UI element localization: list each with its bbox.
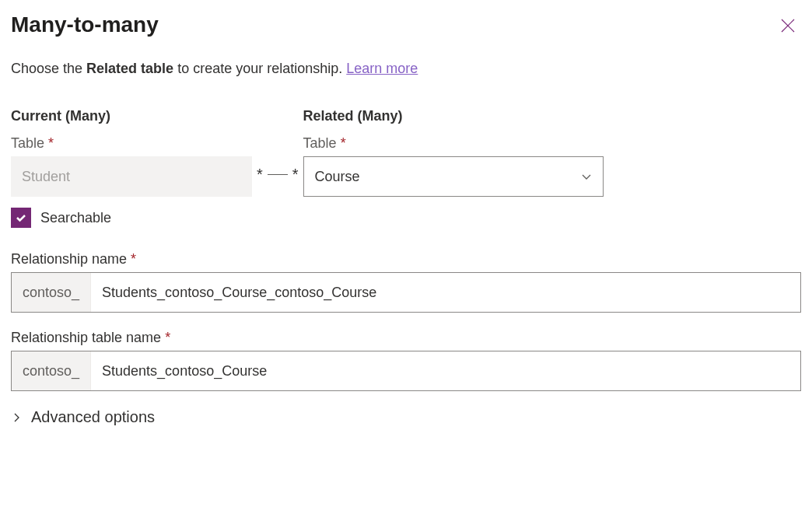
page-title: Many-to-many (11, 12, 159, 37)
subtitle-post: to create your relationship. (173, 61, 346, 76)
cardinality-left: * (257, 166, 263, 184)
current-table-field: Student (11, 156, 252, 197)
related-heading: Related (Many) (303, 108, 604, 124)
relationship-table-name-prefix: contoso_ (12, 351, 91, 390)
subtitle: Choose the Related table to create your … (11, 61, 801, 77)
cardinality-line (268, 174, 288, 175)
searchable-checkbox[interactable] (11, 208, 31, 228)
advanced-options-label: Advanced options (31, 408, 155, 426)
subtitle-pre: Choose the (11, 61, 86, 76)
related-table-select[interactable]: Course (303, 156, 604, 197)
relationship-name-field: contoso_ (11, 272, 801, 313)
chevron-right-icon (11, 412, 22, 423)
subtitle-bold: Related table (86, 61, 173, 76)
current-heading: Current (Many) (11, 108, 252, 124)
related-table-label: Table * (303, 135, 604, 152)
relationship-table-name-field: contoso_ (11, 351, 801, 391)
relationship-name-label: Relationship name * (11, 251, 801, 267)
chevron-down-icon (581, 171, 592, 182)
advanced-options-toggle[interactable]: Advanced options (11, 408, 801, 426)
searchable-label: Searchable (40, 210, 111, 226)
close-icon (779, 17, 796, 34)
related-table-value: Course (315, 169, 360, 185)
relationship-name-input[interactable] (91, 273, 800, 312)
learn-more-link[interactable]: Learn more (346, 61, 418, 76)
cardinality-connector: * * (252, 166, 303, 184)
relationship-table-name-input[interactable] (91, 351, 800, 390)
checkmark-icon (15, 212, 27, 224)
current-table-label: Table * (11, 135, 252, 152)
cardinality-right: * (292, 166, 299, 184)
relationship-name-prefix: contoso_ (12, 273, 91, 312)
close-button[interactable] (775, 12, 801, 39)
relationship-table-name-label: Relationship table name * (11, 330, 801, 346)
